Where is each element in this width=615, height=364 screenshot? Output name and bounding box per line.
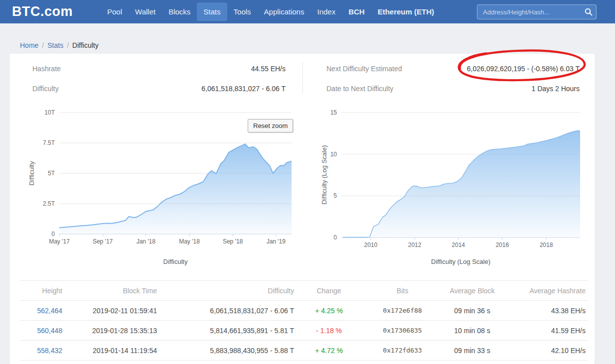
log-chart-legend[interactable]: Difficulty (Log Scale): [341, 258, 580, 265]
average-block-cell: 09 min 36 s: [444, 301, 501, 321]
table-row: 562,464 2019-02-11 01:59:41 6,061,518,83…: [20, 301, 588, 321]
block-height-link[interactable]: 560,448: [37, 327, 62, 335]
breadcrumb-separator: /: [42, 41, 44, 49]
table-row: 558,432 2019-01-14 11:19:54 5,883,988,43…: [20, 341, 588, 361]
average-block-cell: 09 min 33 s: [444, 341, 501, 361]
column-header-change: Change: [297, 281, 361, 301]
nav-item-wallet[interactable]: Wallet: [129, 2, 162, 21]
search-box[interactable]: [477, 4, 597, 19]
column-header-bits: Bits: [361, 281, 444, 301]
nav-item-pool[interactable]: Pool: [101, 2, 129, 21]
column-header-average-block: Average Block: [444, 281, 501, 301]
change-cell: + 4.25 %: [297, 301, 361, 321]
average-block-cell: 10 min 08 s: [444, 321, 501, 341]
svg-text:Sep '18: Sep '18: [223, 238, 243, 245]
svg-text:Jan '18: Jan '18: [137, 238, 156, 245]
nav-item-blocks[interactable]: Blocks: [162, 2, 197, 21]
next-difficulty-value: 6,026,092,620,195 - (-0.58%) 6.03 T: [326, 65, 580, 73]
log-chart-y-axis-title: Difficulty (Log Scale): [320, 145, 328, 205]
reset-zoom-button[interactable]: Reset zoom: [248, 119, 293, 132]
svg-text:5T: 5T: [48, 170, 55, 177]
svg-text:2010: 2010: [364, 242, 378, 248]
nav-item-index[interactable]: Index: [310, 2, 342, 21]
svg-text:2012: 2012: [408, 242, 422, 248]
nav-menu: Pool Wallet Blocks Stats Tools Applicati…: [101, 2, 441, 21]
nav-item-applications[interactable]: Applications: [258, 2, 311, 21]
column-header-block-time: Block Time: [65, 281, 159, 301]
svg-text:Jan '19: Jan '19: [267, 238, 286, 245]
breadcrumb: Home/Stats/Difficulty: [20, 41, 99, 49]
svg-text:10T: 10T: [44, 109, 55, 116]
difficulty-cell: 5,814,661,935,891 - 5.81 T: [159, 321, 297, 341]
bits-cell: 0x17306835: [361, 321, 444, 341]
difficulty-chart-y-axis-title: Difficulty: [28, 161, 35, 186]
block-height-link[interactable]: 562,464: [37, 307, 62, 315]
svg-text:2018: 2018: [540, 242, 553, 248]
average-hashrate-cell: 43.38 EH/s: [501, 301, 588, 321]
average-hashrate-cell: 41.59 EH/s: [501, 321, 588, 341]
block-height-link[interactable]: 558,432: [37, 347, 62, 355]
top-navbar: BTC.com Pool Wallet Blocks Stats Tools A…: [0, 0, 615, 23]
difficulty-chart-legend[interactable]: Difficulty: [59, 258, 292, 265]
search-icon[interactable]: [581, 4, 596, 19]
svg-text:May '17: May '17: [49, 238, 70, 245]
search-input[interactable]: [477, 8, 581, 16]
column-header-difficulty: Difficulty: [159, 281, 297, 301]
svg-text:0: 0: [51, 231, 55, 238]
change-cell: + 4.72 %: [297, 341, 361, 361]
average-hashrate-cell: 42.10 EH/s: [501, 341, 588, 361]
block-time-cell: 2019-01-14 11:19:54: [65, 341, 159, 361]
breadcrumb-separator: /: [67, 41, 69, 49]
nav-item-bch[interactable]: BCH: [342, 2, 371, 21]
svg-text:15: 15: [330, 109, 337, 116]
difficulty-cell: 6,061,518,831,027 - 6.06 T: [159, 301, 297, 321]
bits-cell: 0x172fd633: [361, 341, 444, 361]
bits-cell: 0x172e6f88: [361, 301, 444, 321]
svg-text:May '18: May '18: [179, 238, 200, 245]
svg-text:Sep '17: Sep '17: [93, 238, 113, 245]
svg-text:10: 10: [330, 151, 337, 158]
difficulty-value: 6,061,518,831,027 - 6.06 T: [32, 85, 286, 93]
change-cell: - 1.18 %: [297, 321, 361, 341]
nav-item-tools[interactable]: Tools: [227, 2, 258, 21]
svg-text:2014: 2014: [452, 242, 465, 248]
svg-text:2016: 2016: [495, 242, 509, 248]
column-header-average-hashrate: Average Hashrate: [501, 281, 588, 301]
breadcrumb-stats-link[interactable]: Stats: [47, 41, 63, 49]
difficulty-cell: 5,883,988,430,955 - 5.88 T: [159, 341, 297, 361]
difficulty-history-table: Height Block Time Difficulty Change Bits…: [20, 280, 588, 361]
column-header-height: Height: [20, 281, 65, 301]
stats-divider: [303, 62, 303, 93]
svg-text:5: 5: [333, 192, 337, 199]
svg-text:7.5T: 7.5T: [43, 139, 55, 146]
table-header-row: Height Block Time Difficulty Change Bits…: [20, 281, 588, 301]
block-time-cell: 2019-02-11 01:59:41: [65, 301, 159, 321]
breadcrumb-current: Difficulty: [72, 41, 99, 49]
difficulty-log-chart[interactable]: 05101520102012201420162018: [341, 113, 580, 238]
date-next-difficulty-value: 1 Days 2 Hours: [326, 85, 580, 93]
hashrate-value: 44.55 EH/s: [32, 65, 286, 73]
table-row: 560,448 2019-01-28 15:35:13 5,814,661,93…: [20, 321, 588, 341]
nav-item-stats[interactable]: Stats: [197, 2, 227, 21]
btc-com-logo[interactable]: BTC.com: [12, 4, 73, 19]
main-panel: Hashrate 44.55 EH/s Difficulty 6,061,518…: [10, 54, 595, 364]
nav-item-ethereum[interactable]: Ethereum (ETH): [371, 2, 441, 21]
svg-text:0: 0: [333, 234, 337, 241]
breadcrumb-home-link[interactable]: Home: [20, 41, 38, 49]
block-time-cell: 2019-01-28 15:35:13: [65, 321, 159, 341]
svg-text:2.5T: 2.5T: [43, 200, 55, 207]
